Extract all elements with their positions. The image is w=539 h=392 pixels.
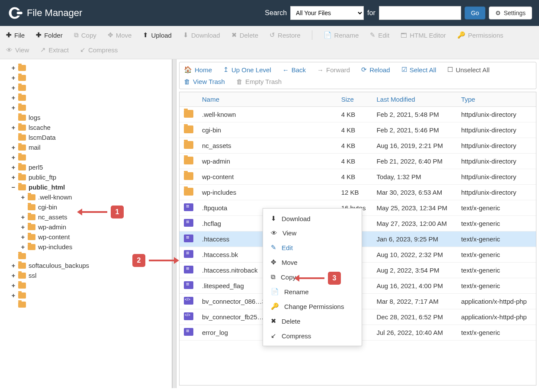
tree-toggle[interactable]: + bbox=[10, 74, 16, 81]
cm-view[interactable]: 👁View bbox=[263, 226, 362, 240]
tree-item[interactable]: + bbox=[0, 103, 172, 112]
tree-toggle[interactable]: + bbox=[20, 233, 26, 241]
tree-toggle[interactable]: + bbox=[10, 272, 16, 279]
home-icon: 🏠 bbox=[184, 66, 192, 74]
tree-item[interactable]: +wp-content bbox=[0, 232, 172, 242]
tree-toggle[interactable]: + bbox=[10, 144, 16, 151]
tree-toggle[interactable]: + bbox=[10, 174, 16, 181]
splitter[interactable] bbox=[172, 59, 176, 388]
html-editor-button[interactable]: 🗔HTML Editor bbox=[399, 29, 448, 42]
empty-trash-button[interactable]: 🗑Empty Trash bbox=[236, 78, 282, 85]
new-folder-button[interactable]: ✚Folder bbox=[34, 29, 64, 42]
table-row[interactable]: .well-known4 KBFeb 2, 2021, 5:48 PMhttpd… bbox=[180, 107, 536, 122]
cell-type: application/x-httpd-php bbox=[457, 309, 536, 325]
move-button[interactable]: ✥Move bbox=[106, 29, 134, 42]
tree-toggle[interactable]: + bbox=[10, 282, 16, 289]
cell-type: text/x-generic bbox=[457, 247, 536, 263]
tree-label: lscmData bbox=[29, 134, 56, 141]
tree-item[interactable]: +.well-known bbox=[0, 192, 172, 202]
cm-delete[interactable]: ✖Delete bbox=[263, 314, 362, 328]
download-button[interactable]: ⬇Download bbox=[181, 29, 222, 42]
unselect-all-button[interactable]: ☐Unselect All bbox=[447, 66, 489, 74]
tree-item[interactable]: + bbox=[0, 83, 172, 93]
tree-toggle[interactable]: + bbox=[20, 193, 26, 201]
tree-toggle[interactable]: + bbox=[10, 84, 16, 91]
rename-icon: 📄 bbox=[271, 288, 279, 296]
tree-item[interactable]: + bbox=[0, 93, 172, 103]
tree-item[interactable]: +wp-admin bbox=[0, 222, 172, 232]
tree-item[interactable]: +mail bbox=[0, 142, 172, 152]
download-icon: ⬇ bbox=[271, 215, 276, 222]
col-modified[interactable]: Last Modified bbox=[372, 92, 456, 107]
tree-item[interactable]: +lscache bbox=[0, 122, 172, 132]
copy-button[interactable]: ⧉Copy bbox=[72, 29, 98, 42]
folder-icon bbox=[184, 110, 193, 118]
up-one-level-button[interactable]: ↥Up One Level bbox=[223, 66, 271, 74]
tree-toggle[interactable]: + bbox=[20, 213, 26, 221]
search-input[interactable] bbox=[379, 6, 461, 20]
go-button[interactable]: Go bbox=[465, 6, 486, 19]
tree-item[interactable]: + bbox=[0, 152, 172, 162]
tree-toggle[interactable]: + bbox=[10, 104, 16, 111]
tree-toggle[interactable]: + bbox=[10, 94, 16, 101]
compress-button[interactable]: ↙Compress bbox=[78, 43, 119, 56]
key-icon: 🔑 bbox=[271, 302, 279, 310]
new-file-button[interactable]: ✚File bbox=[4, 29, 26, 42]
tree-item[interactable]: logs bbox=[0, 112, 172, 122]
table-row[interactable]: wp-content4 KBToday, 1:32 PMhttpd/unix-d… bbox=[180, 169, 536, 185]
tree-toggle[interactable]: + bbox=[10, 262, 16, 269]
table-row[interactable]: wp-includes12 KBMar 30, 2023, 6:53 AMhtt… bbox=[180, 185, 536, 200]
tree-item[interactable]: +public_ftp bbox=[0, 172, 172, 182]
back-button[interactable]: ←Back bbox=[282, 66, 306, 74]
tree-toggle[interactable]: + bbox=[10, 292, 16, 299]
permissions-button[interactable]: 🔑Permissions bbox=[456, 29, 505, 42]
delete-icon: ✖ bbox=[231, 31, 237, 39]
tree-item[interactable]: +wp-includes bbox=[0, 242, 172, 252]
table-row[interactable]: cgi-bin4 KBFeb 2, 2021, 5:46 PMhttpd/uni… bbox=[180, 122, 536, 138]
table-row[interactable]: wp-admin4 KBFeb 21, 2022, 6:40 PMhttpd/u… bbox=[180, 154, 536, 169]
tree-item[interactable] bbox=[0, 300, 172, 309]
col-name[interactable]: Name bbox=[198, 92, 337, 107]
search-scope-select[interactable]: All Your Files bbox=[290, 6, 364, 20]
tree-item[interactable]: +perl5 bbox=[0, 162, 172, 172]
col-icon[interactable] bbox=[180, 92, 198, 107]
folder-tree[interactable]: +++++logs+lscachelscmData+mail++perl5+pu… bbox=[0, 59, 172, 388]
tree-toggle[interactable]: + bbox=[20, 223, 26, 231]
tree-item[interactable]: +ssl bbox=[0, 270, 172, 280]
folder-icon bbox=[28, 214, 35, 220]
rename-button[interactable]: 📄Rename bbox=[322, 29, 361, 42]
cm-download[interactable]: ⬇Download bbox=[263, 211, 362, 226]
tree-toggle[interactable]: + bbox=[10, 64, 16, 71]
tree-toggle[interactable]: + bbox=[10, 154, 16, 161]
cm-rename[interactable]: 📄Rename bbox=[263, 284, 362, 299]
select-all-button[interactable]: ☑Select All bbox=[401, 66, 436, 74]
tree-toggle[interactable]: − bbox=[10, 183, 16, 191]
tree-item[interactable]: + bbox=[0, 63, 172, 73]
edit-button[interactable]: ✎Edit bbox=[368, 29, 391, 42]
home-button[interactable]: 🏠Home bbox=[184, 66, 212, 74]
reload-button[interactable]: ⟳Reload bbox=[361, 66, 390, 74]
settings-button[interactable]: ⚙ Settings bbox=[489, 6, 532, 19]
forward-button[interactable]: →Forward bbox=[317, 66, 350, 74]
tree-toggle[interactable]: + bbox=[20, 243, 26, 251]
upload-button[interactable]: ⬆Upload bbox=[141, 29, 173, 42]
col-type[interactable]: Type bbox=[457, 92, 536, 107]
tree-toggle[interactable]: + bbox=[10, 124, 16, 131]
tree-item[interactable]: + bbox=[0, 73, 172, 83]
table-row[interactable]: nc_assets4 KBAug 16, 2019, 2:21 PMhttpd/… bbox=[180, 138, 536, 154]
tree-toggle[interactable]: + bbox=[10, 164, 16, 171]
tree-item[interactable]: + bbox=[0, 280, 172, 290]
cm-move[interactable]: ✥Move bbox=[263, 255, 362, 270]
tree-item[interactable]: lscmData bbox=[0, 132, 172, 142]
tree-item[interactable]: + bbox=[0, 290, 172, 300]
view-button[interactable]: 👁View bbox=[4, 44, 31, 56]
tree-item[interactable]: −public_html bbox=[0, 182, 172, 192]
view-trash-button[interactable]: 🗑View Trash bbox=[184, 78, 225, 85]
col-size[interactable]: Size bbox=[337, 92, 372, 107]
cm-compress[interactable]: ↙Compress bbox=[263, 328, 362, 343]
extract-button[interactable]: ↗Extract bbox=[38, 43, 71, 56]
cm-permissions[interactable]: 🔑Change Permissions bbox=[263, 299, 362, 314]
restore-button[interactable]: ↺Restore bbox=[268, 29, 302, 42]
cm-edit[interactable]: ✎Edit bbox=[263, 240, 362, 255]
delete-button[interactable]: ✖Delete bbox=[230, 29, 260, 42]
